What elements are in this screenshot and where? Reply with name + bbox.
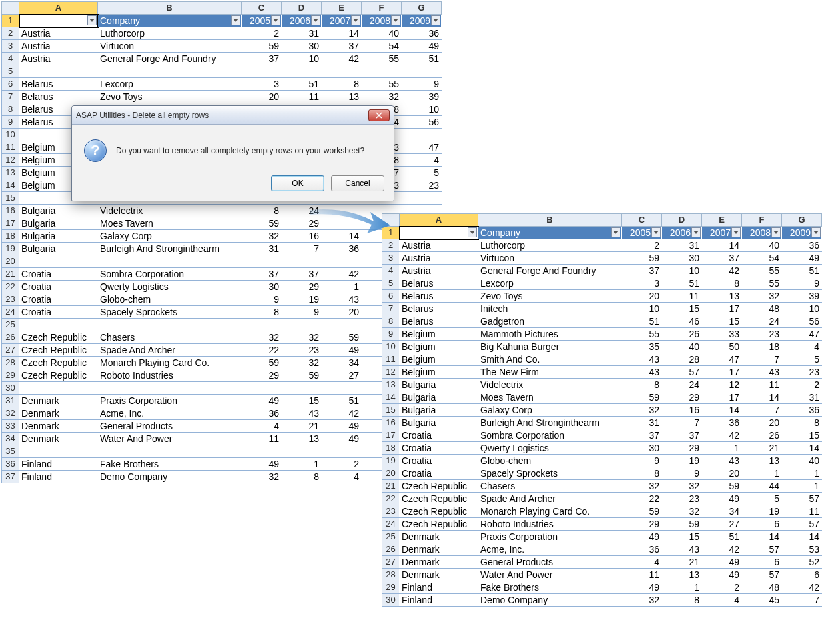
- row-header[interactable]: 16: [2, 205, 19, 217]
- table-cell[interactable]: Finland: [400, 594, 478, 607]
- table-cell[interactable]: 56: [782, 315, 822, 328]
- table-cell[interactable]: 17: [702, 366, 742, 379]
- row-header[interactable]: 25: [2, 319, 19, 331]
- table-cell[interactable]: Fake Brothers: [478, 581, 622, 594]
- column-header[interactable]: G: [782, 214, 822, 227]
- table-cell[interactable]: Denmark: [19, 407, 98, 420]
- table-cell[interactable]: 6: [742, 518, 782, 531]
- table-cell[interactable]: 14: [782, 531, 822, 543]
- table-cell[interactable]: Smith And Co.: [478, 353, 622, 366]
- table-cell[interactable]: Praxis Corporation: [478, 531, 622, 543]
- table-cell[interactable]: 53: [782, 543, 822, 556]
- column-header[interactable]: A: [19, 2, 98, 15]
- filter-dropdown-icon[interactable]: [271, 15, 280, 25]
- column-header[interactable]: F: [362, 2, 402, 15]
- table-cell[interactable]: Belarus: [400, 290, 478, 303]
- table-cell[interactable]: 21: [662, 556, 702, 569]
- table-cell[interactable]: 26: [662, 328, 702, 341]
- row-header[interactable]: 16: [382, 417, 400, 429]
- table-header-cell[interactable]: 2006: [662, 227, 702, 239]
- table-cell[interactable]: Big Kahuna Burger: [478, 341, 622, 353]
- table-cell[interactable]: 32: [282, 331, 322, 344]
- table-cell[interactable]: 32: [242, 230, 282, 243]
- table-cell[interactable]: 52: [782, 556, 822, 569]
- table-cell[interactable]: Croatia: [19, 306, 98, 319]
- row-header[interactable]: 2: [382, 239, 400, 252]
- table-cell[interactable]: 15: [282, 395, 322, 407]
- table-cell[interactable]: 37: [242, 268, 282, 281]
- table-cell[interactable]: 59: [622, 252, 662, 265]
- table-cell[interactable]: [98, 319, 242, 331]
- table-cell[interactable]: Croatia: [400, 467, 478, 480]
- row-header[interactable]: 11: [2, 141, 19, 154]
- table-cell[interactable]: 8: [622, 467, 662, 480]
- table-cell[interactable]: 32: [622, 404, 662, 417]
- row-header[interactable]: 35: [2, 445, 19, 458]
- table-cell[interactable]: 32: [622, 480, 662, 493]
- table-cell[interactable]: 27: [322, 369, 362, 382]
- table-cell[interactable]: 29: [282, 281, 322, 293]
- column-header[interactable]: E: [322, 2, 362, 15]
- table-cell[interactable]: 47: [402, 141, 442, 154]
- table-cell[interactable]: 40: [782, 455, 822, 467]
- filter-dropdown-icon[interactable]: [391, 15, 400, 25]
- table-cell[interactable]: Virtucon: [478, 252, 622, 265]
- table-cell[interactable]: 31: [662, 239, 702, 252]
- table-cell[interactable]: 45: [742, 594, 782, 607]
- table-cell[interactable]: 49: [242, 395, 282, 407]
- select-all-corner[interactable]: [382, 214, 400, 227]
- table-cell[interactable]: 36: [782, 239, 822, 252]
- row-header[interactable]: 4: [2, 53, 19, 65]
- table-cell[interactable]: 43: [622, 353, 662, 366]
- table-header-cell[interactable]: 2005: [622, 227, 662, 239]
- row-header[interactable]: 19: [382, 455, 400, 467]
- table-cell[interactable]: 43: [322, 293, 362, 306]
- table-cell[interactable]: 49: [622, 531, 662, 543]
- table-cell[interactable]: Bulgaria: [400, 391, 478, 404]
- table-cell[interactable]: 37: [282, 268, 322, 281]
- table-cell[interactable]: [19, 382, 98, 395]
- table-cell[interactable]: Denmark: [19, 433, 98, 445]
- table-cell[interactable]: 40: [662, 341, 702, 353]
- table-cell[interactable]: Acme, Inc.: [478, 543, 622, 556]
- dialog-titlebar[interactable]: ASAP Utilities - Delete all empty rows: [72, 106, 394, 125]
- table-cell[interactable]: 55: [622, 328, 662, 341]
- table-cell[interactable]: 59: [622, 391, 662, 404]
- table-cell[interactable]: 2: [702, 581, 742, 594]
- table-cell[interactable]: 50: [702, 341, 742, 353]
- table-cell[interactable]: 36: [402, 27, 442, 40]
- table-cell[interactable]: 22: [242, 344, 282, 357]
- table-cell[interactable]: 16: [282, 230, 322, 243]
- column-header[interactable]: E: [702, 214, 742, 227]
- row-header[interactable]: 13: [2, 167, 19, 179]
- row-header[interactable]: 9: [382, 328, 400, 341]
- table-cell[interactable]: Croatia: [19, 293, 98, 306]
- table-cell[interactable]: 49: [322, 344, 362, 357]
- table-cell[interactable]: 51: [402, 53, 442, 65]
- table-cell[interactable]: Chasers: [478, 480, 622, 493]
- row-header[interactable]: 29: [382, 581, 400, 594]
- table-cell[interactable]: 3: [622, 277, 662, 290]
- table-cell[interactable]: [242, 65, 282, 78]
- table-cell[interactable]: 4: [622, 556, 662, 569]
- table-cell[interactable]: 1: [282, 458, 322, 471]
- row-header[interactable]: 5: [382, 277, 400, 290]
- table-cell[interactable]: 42: [702, 265, 742, 277]
- table-cell[interactable]: 49: [702, 493, 742, 505]
- table-cell[interactable]: 19: [742, 505, 782, 518]
- table-cell[interactable]: 10: [662, 265, 702, 277]
- table-cell[interactable]: 9: [242, 293, 282, 306]
- row-header[interactable]: 30: [2, 382, 19, 395]
- table-cell[interactable]: 57: [662, 366, 702, 379]
- row-header[interactable]: 18: [2, 230, 19, 243]
- table-cell[interactable]: 4: [782, 341, 822, 353]
- table-cell[interactable]: 7: [742, 404, 782, 417]
- table-cell[interactable]: Spade And Archer: [478, 493, 622, 505]
- table-cell[interactable]: Denmark: [19, 420, 98, 433]
- table-cell[interactable]: 11: [742, 379, 782, 391]
- table-header-cell[interactable]: 2008: [742, 227, 782, 239]
- table-cell[interactable]: 40: [362, 27, 402, 40]
- table-cell[interactable]: 15: [782, 429, 822, 442]
- table-cell[interactable]: 32: [742, 290, 782, 303]
- table-cell[interactable]: 23: [662, 493, 702, 505]
